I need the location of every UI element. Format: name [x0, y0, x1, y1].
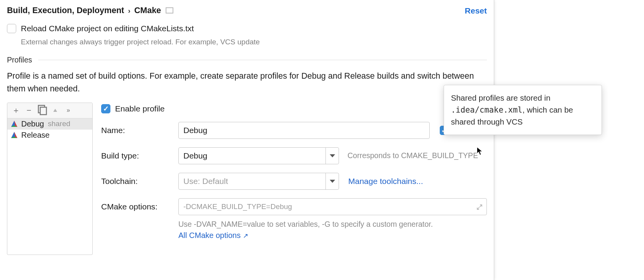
- more-button[interactable]: »: [62, 105, 75, 116]
- profile-item-debug[interactable]: Debug shared: [7, 118, 92, 130]
- all-cmake-options-link[interactable]: All CMake options: [178, 231, 241, 240]
- breadcrumb-parent[interactable]: Build, Execution, Deployment: [7, 6, 124, 15]
- reload-checkbox[interactable]: [7, 24, 16, 33]
- breadcrumb-row: Build, Execution, Deployment › CMake Res…: [7, 6, 487, 15]
- toolchain-select[interactable]: Use: Default: [178, 173, 339, 190]
- chevron-down-icon: [325, 147, 339, 164]
- svg-marker-2: [53, 109, 57, 112]
- triangle-up-icon: [53, 108, 58, 113]
- name-input[interactable]: Debug: [178, 122, 430, 139]
- reload-subtext: External changes always trigger project …: [21, 38, 487, 46]
- cmake-options-value: -DCMAKE_BUILD_TYPE=Debug: [183, 202, 292, 211]
- cmake-options-row: CMake options: -DCMAKE_BUILD_TYPE=Debug: [101, 198, 487, 215]
- build-type-hint: Corresponds to CMAKE_BUILD_TYPE: [347, 151, 478, 160]
- detach-window-icon[interactable]: [166, 8, 173, 13]
- tooltip-text-1: Shared profiles are stored in: [451, 93, 551, 102]
- profiles-toolbar: ＋ − »: [7, 103, 92, 118]
- profile-item-release[interactable]: Release: [7, 130, 92, 141]
- name-label: Name:: [101, 126, 175, 135]
- move-up-button[interactable]: [49, 105, 61, 116]
- profiles-sidebar: ＋ − » Debug shared: [7, 103, 93, 255]
- toolchain-value: Use: Default: [183, 177, 228, 186]
- cmake-icon: [10, 120, 18, 128]
- profiles-list: Debug shared Release: [7, 118, 92, 141]
- share-help-tooltip: Shared profiles are stored in .idea/cmak…: [444, 85, 602, 135]
- enable-profile-checkbox[interactable]: [101, 104, 110, 113]
- copy-profile-button[interactable]: [36, 105, 48, 116]
- cmake-options-input[interactable]: -DCMAKE_BUILD_TYPE=Debug: [178, 198, 487, 215]
- reload-checkbox-label[interactable]: Reload CMake project on editing CMakeLis…: [21, 24, 194, 33]
- profiles-body: ＋ − » Debug shared: [7, 103, 487, 255]
- reset-link[interactable]: Reset: [465, 6, 487, 15]
- breadcrumb-current: CMake: [134, 6, 161, 15]
- profile-item-label: Debug: [21, 120, 44, 128]
- chevron-down-icon: [325, 173, 339, 190]
- divider-line: [38, 60, 487, 60]
- profile-item-tag: shared: [48, 120, 70, 128]
- enable-profile-label[interactable]: Enable profile: [115, 104, 164, 113]
- profile-form: Enable profile Name: Debug Share ? Build…: [99, 103, 487, 255]
- build-type-value: Debug: [183, 151, 207, 160]
- cmake-icon: [10, 131, 18, 139]
- build-type-row: Build type: Debug Corresponds to CMAKE_B…: [101, 147, 487, 164]
- tooltip-code: .idea/cmake.xml: [451, 105, 522, 115]
- profiles-description: Profile is a named set of build options.…: [7, 70, 487, 96]
- settings-panel: Build, Execution, Deployment › CMake Res…: [0, 0, 494, 280]
- breadcrumb-separator: ›: [128, 7, 130, 15]
- profiles-title: Profiles: [7, 56, 32, 64]
- name-row: Name: Debug Share ?: [101, 122, 487, 139]
- remove-profile-button[interactable]: −: [23, 105, 35, 116]
- add-profile-button[interactable]: ＋: [10, 105, 22, 116]
- toolchain-row: Toolchain: Use: Default Manage toolchain…: [101, 173, 487, 190]
- profile-item-label: Release: [21, 131, 49, 140]
- manage-toolchains-link[interactable]: Manage toolchains...: [348, 177, 423, 186]
- enable-profile-row: Enable profile: [101, 104, 487, 113]
- svg-rect-1: [40, 107, 46, 115]
- cmake-options-label: CMake options:: [101, 202, 175, 211]
- profiles-divider: Profiles: [7, 56, 487, 64]
- build-type-label: Build type:: [101, 151, 175, 160]
- build-type-select[interactable]: Debug: [178, 147, 339, 164]
- expand-icon[interactable]: [476, 204, 483, 210]
- toolchain-label: Toolchain:: [101, 177, 175, 186]
- reload-checkbox-row: Reload CMake project on editing CMakeLis…: [7, 24, 487, 33]
- copy-icon: [36, 104, 48, 116]
- external-link-icon: ↗: [243, 232, 248, 240]
- cmake-options-help: Use -DVAR_NAME=value to set variables, -…: [178, 220, 487, 229]
